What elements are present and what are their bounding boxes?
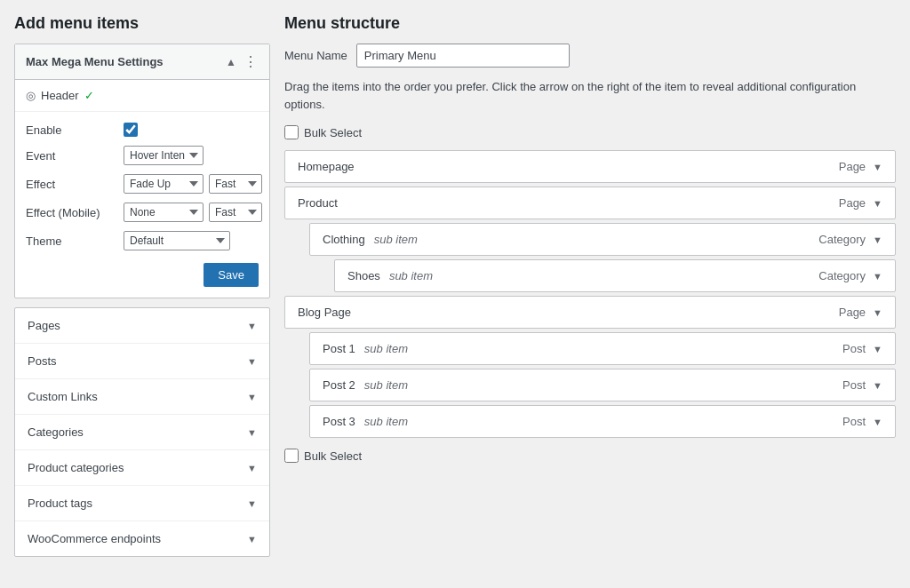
theme-controls: Default Light Dark [124,231,259,250]
menu-item-homepage-arrow[interactable]: ▼ [873,162,882,172]
menu-item-blog-page: Blog Page Page ▼ [284,296,896,329]
menu-item-post3: Post 3 sub item Post ▼ [309,405,896,438]
menu-item-shoes-arrow[interactable]: ▼ [873,271,882,282]
event-select[interactable]: Hover Intent Hover Click [124,146,204,165]
menu-item-clothing-arrow[interactable]: ▼ [873,234,882,245]
effect-mobile-speed-select[interactable]: Fast Medium Slow [209,203,262,222]
more-options-icon[interactable]: ⋮ [243,53,259,70]
location-icon: ◎ [26,89,36,102]
accordion-chevron-categories: ▼ [247,427,257,438]
menu-item-homepage: Homepage Page ▼ [284,150,896,183]
menu-item-post3-name: Post 3 [323,415,355,428]
event-controls: Hover Intent Hover Click [124,146,259,165]
save-button[interactable]: Save [204,263,259,287]
menu-item-post3-arrow[interactable]: ▼ [873,417,882,427]
event-label: Event [26,149,124,163]
accordion-chevron-posts: ▼ [247,356,257,367]
menu-item-product-arrow[interactable]: ▼ [873,198,882,209]
menu-item-shoes-name: Shoes [347,269,380,282]
menu-item-shoes-type: Category [818,269,866,282]
menu-item-post2-arrow[interactable]: ▼ [873,380,882,391]
menu-item-post1-type: Post [842,342,866,355]
menu-item-blog-page-type: Page [839,306,866,319]
top-bulk-select-label: Bulk Select [304,126,362,139]
accordion-chevron-product-categories: ▼ [247,463,257,473]
menu-item-shoes: Shoes sub item Category ▼ [334,259,896,292]
settings-header-actions: ▲ ⋮ [226,53,259,70]
check-icon: ✓ [84,89,94,102]
effect-field-row: Effect Fade Up Fade Slide None Fast Medi… [26,174,259,194]
menu-item-clothing-type: Category [818,233,866,246]
settings-body: Enable Event Hover Intent Hover Click [15,112,269,298]
menu-item-clothing-name: Clothing [323,233,365,246]
menu-item-clothing: Clothing sub item Category ▼ [309,223,896,256]
header-row-label: Header [41,89,79,102]
accordion-list: Pages ▼ Posts ▼ Custom Links ▼ Categorie… [14,307,270,557]
menu-item-post2-name: Post 2 [323,378,355,392]
accordion-item-posts[interactable]: Posts ▼ [15,344,269,379]
header-location-row: ◎ Header ✓ [15,80,269,112]
accordion-item-pages[interactable]: Pages ▼ [15,308,269,344]
menu-item-homepage-name: Homepage [298,160,355,173]
menu-item-post1-arrow[interactable]: ▼ [873,344,882,354]
effect-label: Effect [26,178,124,191]
bottom-bulk-select-checkbox[interactable] [284,449,299,463]
effect-mobile-type-select[interactable]: None Fade Slide [124,203,204,222]
accordion-chevron-pages: ▼ [247,321,257,331]
menu-item-post2-type: Post [842,378,866,392]
menu-item-post3-type: Post [842,415,866,428]
menu-name-row: Menu Name [284,44,896,68]
menu-item-product: Product Page ▼ [284,187,896,219]
menu-item-post2-sub: sub item [364,378,408,392]
accordion-item-custom-links[interactable]: Custom Links ▼ [15,379,269,415]
bottom-bulk-select-row: Bulk Select [284,449,896,463]
menu-item-post1-sub: sub item [364,342,408,355]
effect-mobile-label: Effect (Mobile) [26,206,124,219]
right-panel-title: Menu structure [284,14,896,33]
bottom-bulk-select-label: Bulk Select [304,449,362,463]
effect-controls: Fade Up Fade Slide None Fast Medium Slow [124,174,262,194]
menu-item-post1-name: Post 1 [323,342,355,355]
left-panel-title: Add menu items [14,14,270,33]
menu-structure: Homepage Page ▼ Product Page ▼ [284,150,896,438]
settings-header: Max Mega Menu Settings ▲ ⋮ [15,44,269,80]
effect-mobile-controls: None Fade Slide Fast Medium Slow [124,203,262,222]
collapse-icon[interactable]: ▲ [226,56,236,68]
effect-type-select[interactable]: Fade Up Fade Slide None [124,174,204,194]
enable-controls [124,123,259,137]
menu-item-post3-sub: sub item [364,415,408,428]
menu-item-product-name: Product [298,196,338,210]
effect-mobile-field-row: Effect (Mobile) None Fade Slide Fast Med… [26,203,259,222]
accordion-chevron-custom-links: ▼ [247,392,257,402]
accordion-chevron-product-tags: ▼ [247,498,257,509]
menu-name-label: Menu Name [284,49,347,62]
menu-item-blog-page-arrow[interactable]: ▼ [873,307,882,318]
top-bulk-select-row: Bulk Select [284,125,896,139]
menu-item-product-type: Page [839,196,866,210]
theme-field-row: Theme Default Light Dark [26,231,259,250]
menu-item-homepage-type: Page [839,160,866,173]
instructions-text: Drag the items into the order you prefer… [284,78,896,113]
effect-speed-select[interactable]: Fast Medium Slow [209,174,262,194]
settings-header-title: Max Mega Menu Settings [26,55,164,68]
accordion-item-product-tags[interactable]: Product tags ▼ [15,486,269,521]
theme-label: Theme [26,234,124,248]
menu-item-post1: Post 1 sub item Post ▼ [309,332,896,365]
enable-field-row: Enable [26,123,259,137]
menu-item-shoes-sub: sub item [389,269,433,282]
accordion-item-categories[interactable]: Categories ▼ [15,415,269,450]
accordion-item-product-categories[interactable]: Product categories ▼ [15,450,269,486]
menu-item-clothing-sub: sub item [374,233,418,246]
accordion-item-woocommerce-endpoints[interactable]: WooCommerce endpoints ▼ [15,521,269,556]
event-field-row: Event Hover Intent Hover Click [26,146,259,165]
enable-checkbox[interactable] [124,123,138,137]
accordion-chevron-woocommerce-endpoints: ▼ [247,534,257,544]
enable-label: Enable [26,123,124,137]
theme-select[interactable]: Default Light Dark [124,231,230,250]
top-bulk-select-checkbox[interactable] [284,125,299,139]
menu-name-input[interactable] [356,44,570,68]
menu-item-post2: Post 2 sub item Post ▼ [309,369,896,401]
settings-box: Max Mega Menu Settings ▲ ⋮ ◎ Header ✓ En… [14,44,270,298]
menu-item-blog-page-name: Blog Page [298,306,351,319]
